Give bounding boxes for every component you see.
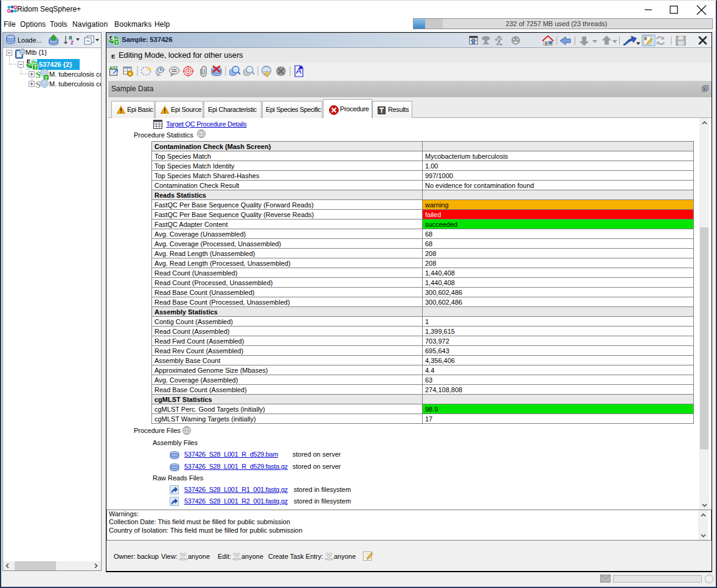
svg-text:z: z [71,39,74,46]
svg-text:E: E [645,36,648,41]
svg-text:S: S [36,80,41,89]
svg-text:E: E [109,35,113,41]
svg-text:E: E [27,58,30,64]
svg-text:T: T [116,40,119,46]
